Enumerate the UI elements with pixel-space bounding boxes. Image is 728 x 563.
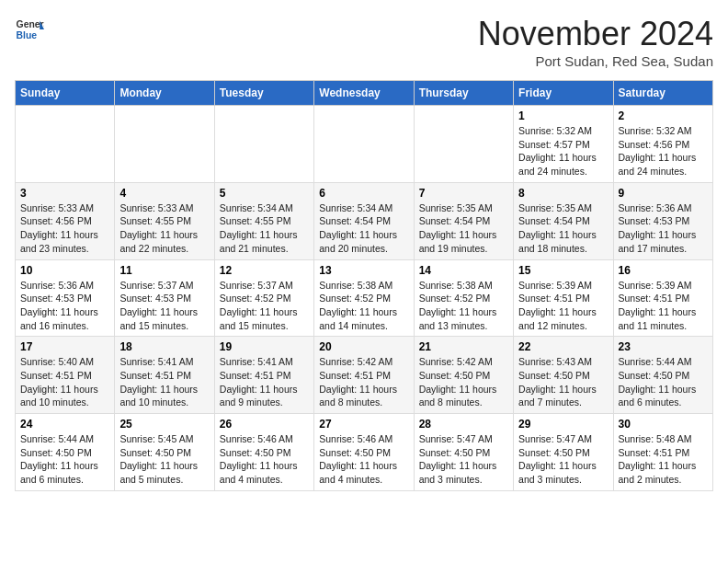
calendar-cell: 5Sunrise: 5:34 AMSunset: 4:55 PMDaylight…	[214, 182, 313, 259]
day-number: 7	[419, 187, 508, 200]
day-number: 28	[419, 418, 508, 431]
day-info: Sunrise: 5:32 AMSunset: 4:56 PMDaylight:…	[619, 124, 708, 178]
svg-text:Blue: Blue	[17, 30, 38, 40]
day-info: Sunrise: 5:42 AMSunset: 4:51 PMDaylight:…	[319, 355, 408, 409]
day-info: Sunrise: 5:46 AMSunset: 4:50 PMDaylight:…	[220, 432, 309, 487]
day-info: Sunrise: 5:41 AMSunset: 4:51 PMDaylight:…	[220, 355, 309, 409]
calendar-cell: 2Sunrise: 5:32 AMSunset: 4:56 PMDaylight…	[613, 106, 712, 183]
day-number: 25	[119, 418, 209, 431]
weekday-header: Wednesday	[314, 81, 414, 106]
day-info: Sunrise: 5:42 AMSunset: 4:50 PMDaylight:…	[419, 355, 508, 409]
title-area: November 2024 Port Sudan, Red Sea, Sudan	[478, 15, 713, 69]
calendar-cell: 3Sunrise: 5:33 AMSunset: 4:56 PMDaylight…	[16, 182, 115, 259]
day-info: Sunrise: 5:45 AMSunset: 4:50 PMDaylight:…	[119, 432, 209, 487]
day-number: 30	[619, 418, 708, 431]
day-number: 17	[20, 340, 109, 353]
day-info: Sunrise: 5:39 AMSunset: 4:51 PMDaylight:…	[518, 279, 608, 333]
calendar-cell: 28Sunrise: 5:47 AMSunset: 4:50 PMDayligh…	[414, 414, 513, 491]
calendar-cell: 29Sunrise: 5:47 AMSunset: 4:50 PMDayligh…	[514, 414, 613, 491]
calendar-cell	[214, 106, 313, 183]
day-info: Sunrise: 5:39 AMSunset: 4:51 PMDaylight:…	[619, 279, 708, 333]
day-info: Sunrise: 5:36 AMSunset: 4:53 PMDaylight:…	[619, 201, 708, 256]
location-subtitle: Port Sudan, Red Sea, Sudan	[478, 53, 713, 69]
calendar-week-row: 17Sunrise: 5:40 AMSunset: 4:51 PMDayligh…	[16, 337, 713, 414]
day-number: 6	[319, 187, 408, 200]
day-info: Sunrise: 5:36 AMSunset: 4:53 PMDaylight:…	[20, 279, 109, 333]
calendar-cell: 10Sunrise: 5:36 AMSunset: 4:53 PMDayligh…	[16, 259, 115, 337]
day-number: 4	[119, 187, 209, 200]
day-info: Sunrise: 5:46 AMSunset: 4:50 PMDaylight:…	[319, 432, 408, 487]
logo: General Blue	[15, 15, 44, 44]
day-number: 9	[619, 187, 708, 200]
weekday-header: Thursday	[414, 81, 513, 106]
day-number: 19	[220, 340, 309, 353]
day-number: 20	[319, 340, 408, 353]
day-number: 29	[518, 418, 608, 431]
day-info: Sunrise: 5:47 AMSunset: 4:50 PMDaylight:…	[518, 432, 608, 487]
logo-icon: General Blue	[15, 15, 44, 44]
day-info: Sunrise: 5:37 AMSunset: 4:52 PMDaylight:…	[220, 279, 309, 333]
calendar-week-row: 1Sunrise: 5:32 AMSunset: 4:57 PMDaylight…	[16, 106, 713, 183]
day-number: 23	[619, 340, 708, 353]
calendar-cell: 15Sunrise: 5:39 AMSunset: 4:51 PMDayligh…	[514, 259, 613, 337]
weekday-header: Tuesday	[214, 81, 313, 106]
day-info: Sunrise: 5:35 AMSunset: 4:54 PMDaylight:…	[518, 201, 608, 256]
day-number: 27	[319, 418, 408, 431]
day-info: Sunrise: 5:43 AMSunset: 4:50 PMDaylight:…	[518, 355, 608, 409]
calendar-cell	[16, 106, 115, 183]
calendar-cell: 30Sunrise: 5:48 AMSunset: 4:51 PMDayligh…	[613, 414, 712, 491]
day-info: Sunrise: 5:38 AMSunset: 4:52 PMDaylight:…	[319, 279, 408, 333]
day-number: 11	[119, 264, 209, 277]
calendar-cell	[414, 106, 513, 183]
weekday-header: Friday	[514, 81, 613, 106]
calendar-table: SundayMondayTuesdayWednesdayThursdayFrid…	[15, 80, 713, 491]
day-number: 16	[619, 264, 708, 277]
day-info: Sunrise: 5:41 AMSunset: 4:51 PMDaylight:…	[119, 355, 209, 409]
calendar-cell: 25Sunrise: 5:45 AMSunset: 4:50 PMDayligh…	[115, 414, 214, 491]
calendar-week-row: 3Sunrise: 5:33 AMSunset: 4:56 PMDaylight…	[16, 182, 713, 259]
day-number: 14	[419, 264, 508, 277]
calendar-header: SundayMondayTuesdayWednesdayThursdayFrid…	[16, 81, 713, 106]
day-number: 2	[619, 109, 708, 122]
calendar-cell: 13Sunrise: 5:38 AMSunset: 4:52 PMDayligh…	[314, 259, 414, 337]
day-info: Sunrise: 5:40 AMSunset: 4:51 PMDaylight:…	[20, 355, 109, 409]
calendar-cell	[314, 106, 414, 183]
day-number: 1	[518, 109, 608, 122]
day-info: Sunrise: 5:32 AMSunset: 4:57 PMDaylight:…	[518, 124, 608, 178]
day-number: 24	[20, 418, 109, 431]
day-number: 13	[319, 264, 408, 277]
calendar-cell: 16Sunrise: 5:39 AMSunset: 4:51 PMDayligh…	[613, 259, 712, 337]
day-number: 8	[518, 187, 608, 200]
day-info: Sunrise: 5:35 AMSunset: 4:54 PMDaylight:…	[419, 201, 508, 256]
day-number: 3	[20, 187, 109, 200]
day-number: 12	[220, 264, 309, 277]
day-info: Sunrise: 5:34 AMSunset: 4:54 PMDaylight:…	[319, 201, 408, 256]
calendar-cell: 18Sunrise: 5:41 AMSunset: 4:51 PMDayligh…	[115, 337, 214, 414]
calendar-cell: 9Sunrise: 5:36 AMSunset: 4:53 PMDaylight…	[613, 182, 712, 259]
day-info: Sunrise: 5:44 AMSunset: 4:50 PMDaylight:…	[20, 432, 109, 487]
calendar-cell: 12Sunrise: 5:37 AMSunset: 4:52 PMDayligh…	[214, 259, 313, 337]
calendar-week-row: 24Sunrise: 5:44 AMSunset: 4:50 PMDayligh…	[16, 414, 713, 491]
day-info: Sunrise: 5:47 AMSunset: 4:50 PMDaylight:…	[419, 432, 508, 487]
calendar-cell: 1Sunrise: 5:32 AMSunset: 4:57 PMDaylight…	[514, 106, 613, 183]
calendar-cell: 7Sunrise: 5:35 AMSunset: 4:54 PMDaylight…	[414, 182, 513, 259]
day-number: 5	[220, 187, 309, 200]
calendar-cell	[115, 106, 214, 183]
day-info: Sunrise: 5:33 AMSunset: 4:55 PMDaylight:…	[119, 201, 209, 256]
day-info: Sunrise: 5:33 AMSunset: 4:56 PMDaylight:…	[20, 201, 109, 256]
calendar-cell: 27Sunrise: 5:46 AMSunset: 4:50 PMDayligh…	[314, 414, 414, 491]
calendar-cell: 6Sunrise: 5:34 AMSunset: 4:54 PMDaylight…	[314, 182, 414, 259]
calendar-cell: 22Sunrise: 5:43 AMSunset: 4:50 PMDayligh…	[514, 337, 613, 414]
day-info: Sunrise: 5:48 AMSunset: 4:51 PMDaylight:…	[619, 432, 708, 487]
calendar-cell: 8Sunrise: 5:35 AMSunset: 4:54 PMDaylight…	[514, 182, 613, 259]
calendar-cell: 23Sunrise: 5:44 AMSunset: 4:50 PMDayligh…	[613, 337, 712, 414]
day-info: Sunrise: 5:38 AMSunset: 4:52 PMDaylight:…	[419, 279, 508, 333]
header: General Blue November 2024 Port Sudan, R…	[15, 15, 713, 69]
calendar-cell: 19Sunrise: 5:41 AMSunset: 4:51 PMDayligh…	[214, 337, 313, 414]
calendar-cell: 17Sunrise: 5:40 AMSunset: 4:51 PMDayligh…	[16, 337, 115, 414]
month-title: November 2024	[478, 15, 713, 53]
calendar-cell: 11Sunrise: 5:37 AMSunset: 4:53 PMDayligh…	[115, 259, 214, 337]
day-info: Sunrise: 5:44 AMSunset: 4:50 PMDaylight:…	[619, 355, 708, 409]
day-number: 26	[220, 418, 309, 431]
weekday-header: Monday	[115, 81, 214, 106]
